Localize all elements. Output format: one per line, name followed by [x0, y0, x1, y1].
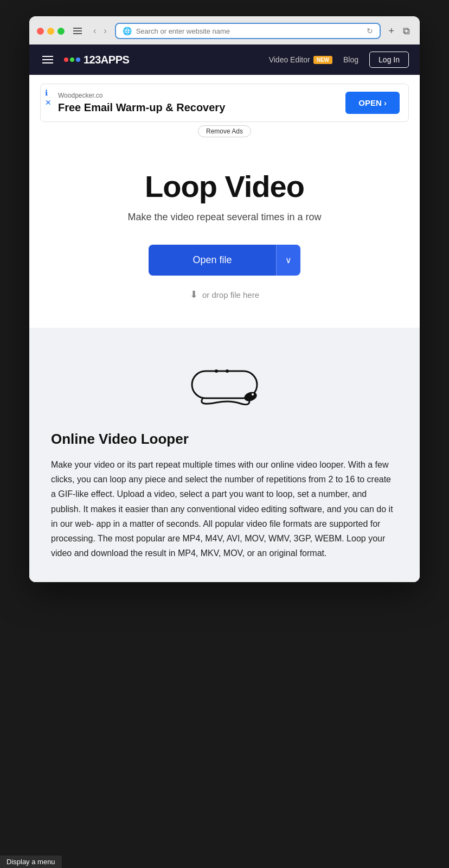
tabs-button[interactable]: ⧉: [401, 24, 412, 38]
remove-ads-wrap: Remove Ads: [40, 125, 409, 137]
ad-open-button[interactable]: OPEN ›: [345, 92, 400, 114]
traffic-lights: [37, 28, 65, 35]
open-file-button[interactable]: Open file: [149, 245, 276, 276]
tooltip-text: Display a menu: [7, 858, 55, 866]
ad-content-left: Woodpecker.co Free Email Warm-up & Recov…: [49, 92, 225, 114]
reload-button[interactable]: ↻: [367, 27, 373, 35]
browser-nav-arrows: ‹ ›: [91, 25, 110, 37]
nav-links: Video Editor NEW Blog Log In: [269, 52, 409, 68]
back-button[interactable]: ‹: [91, 25, 99, 37]
drop-hint-text: or drop file here: [202, 290, 259, 299]
drop-hint: ⬇ or drop file here: [40, 289, 409, 301]
info-section: Online Video Looper Make your video or i…: [29, 328, 420, 582]
hamburger-button[interactable]: [40, 54, 55, 66]
logo-text: 123APPS: [84, 54, 129, 66]
dropdown-chevron-icon: ∨: [285, 256, 292, 265]
browser-chrome: ‹ › 🌐 ↻ + ⧉: [29, 16, 420, 44]
video-editor-link[interactable]: Video Editor: [269, 55, 310, 64]
globe-icon: 🌐: [123, 27, 132, 35]
address-bar: 🌐 ↻: [115, 23, 381, 39]
logo-dot-green: [70, 58, 74, 62]
open-file-dropdown-button[interactable]: ∨: [276, 245, 300, 276]
open-file-wrap: Open file ∨: [40, 245, 409, 276]
site-navbar: 123APPS Video Editor NEW Blog Log In: [29, 44, 420, 75]
new-badge: NEW: [313, 56, 332, 64]
traffic-light-close[interactable]: [37, 28, 44, 35]
svg-point-3: [243, 390, 258, 403]
login-button[interactable]: Log In: [369, 52, 409, 68]
info-section-title: Online Video Looper: [51, 431, 398, 448]
loop-icon: [187, 360, 262, 409]
loop-icon-wrap: [51, 360, 398, 409]
open-file-button-group: Open file ∨: [149, 245, 300, 276]
forward-button[interactable]: ›: [101, 25, 109, 37]
ad-title: Free Email Warm-up & Recovery: [58, 101, 225, 114]
hero-subtitle: Make the video repeat several times in a…: [40, 212, 409, 223]
download-icon: ⬇: [190, 289, 198, 301]
browser-actions: + ⧉: [386, 24, 412, 38]
video-editor-link-wrap: Video Editor NEW: [269, 55, 332, 64]
blog-link[interactable]: Blog: [343, 55, 358, 64]
ad-banner: ℹ ✕ Woodpecker.co Free Email Warm-up & R…: [40, 84, 409, 122]
traffic-light-maximize[interactable]: [57, 28, 65, 35]
remove-ads-button[interactable]: Remove Ads: [198, 125, 251, 137]
new-tab-button[interactable]: +: [386, 24, 396, 38]
traffic-light-minimize[interactable]: [47, 28, 54, 35]
logo-dot-red: [64, 58, 68, 62]
hero-section: Loop Video Make the video repeat several…: [29, 147, 420, 328]
sidebar-toggle-button[interactable]: [70, 25, 85, 36]
page-content: 123APPS Video Editor NEW Blog Log In ℹ ✕…: [29, 44, 420, 582]
logo-dots: [64, 58, 80, 62]
browser-window: ‹ › 🌐 ↻ + ⧉ 123APPS: [29, 16, 420, 582]
tooltip-bar: Display a menu: [0, 856, 62, 868]
info-body-text: Make your video or its part repeat multi…: [51, 457, 398, 560]
svg-point-1: [215, 369, 218, 373]
page-title: Loop Video: [40, 169, 409, 204]
svg-point-4: [252, 393, 254, 395]
ad-info-icon[interactable]: ℹ: [45, 88, 52, 97]
ad-company-name: Woodpecker.co: [58, 92, 225, 99]
address-input[interactable]: [136, 27, 363, 35]
svg-point-2: [226, 369, 229, 373]
ad-section: ℹ ✕ Woodpecker.co Free Email Warm-up & R…: [29, 75, 420, 147]
ad-close-icon[interactable]: ✕: [45, 98, 52, 107]
logo-dot-blue: [76, 58, 80, 62]
logo-area: 123APPS: [64, 54, 129, 66]
